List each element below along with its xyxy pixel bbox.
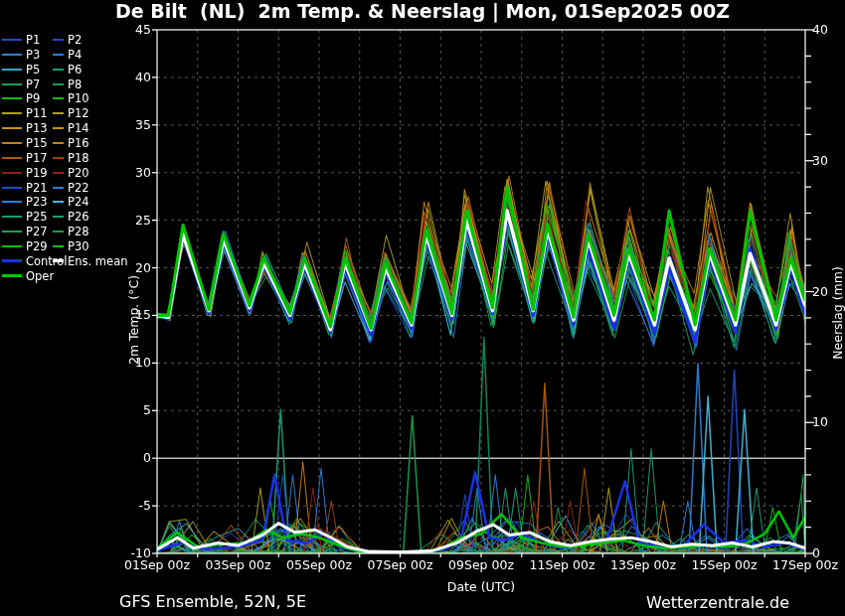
forecast-chart: De Bilt (NL) 2m Temp. & Neerslag | Mon, …: [0, 0, 845, 616]
x-tick-7: 13Sep 00z: [601, 558, 685, 572]
legend-label-p8: P8: [68, 77, 82, 91]
y-left-tick-45: 45: [107, 23, 151, 37]
y-left-tick-40: 40: [107, 71, 151, 84]
legend-swatch-oper: [2, 274, 22, 277]
legend-item-p30: P30: [0, 239, 159, 253]
y-left-tick-0: 0: [107, 451, 151, 465]
legend-swatch-p12: [53, 112, 64, 114]
legend-item-p24: P24: [0, 195, 159, 209]
y-left-tick--5: -5: [107, 499, 151, 513]
footer-site-name: Wetterzentrale.de: [646, 593, 789, 612]
y-right-tick-30: 30: [812, 154, 845, 168]
legend-item-p22: P22: [0, 181, 159, 195]
legend-label-p18: P18: [68, 151, 89, 165]
y-left-tick-20: 20: [107, 261, 151, 275]
legend-label-p12: P12: [68, 106, 89, 120]
legend-label-p16: P16: [68, 136, 89, 150]
legend-label-p10: P10: [68, 91, 89, 105]
legend-label-p22: P22: [68, 181, 89, 195]
legend-swatch-p24: [53, 201, 64, 203]
legend-swatch-p10: [53, 97, 64, 99]
legend-label-p4: P4: [68, 48, 82, 62]
legend-item-p10: P10: [0, 91, 159, 105]
legend-swatch-p14: [53, 127, 64, 129]
legend-item-p4: P4: [0, 48, 159, 62]
x-tick-2: 03Sep 00z: [197, 558, 280, 572]
chart-title: De Bilt (NL) 2m Temp. & Neerslag | Mon, …: [0, 0, 845, 22]
legend-swatch-p4: [53, 54, 64, 56]
legend-swatch-p28: [53, 231, 64, 232]
legend-swatch-p30: [53, 245, 64, 247]
legend-label-p2: P2: [68, 33, 82, 47]
legend-swatch-p18: [53, 157, 64, 159]
y-right-tick-40: 40: [812, 23, 845, 37]
x-tick-4: 07Sep 00z: [359, 558, 442, 572]
x-tick-1: 01Sep 00z: [115, 558, 199, 572]
y-left-tick-5: 5: [107, 403, 151, 417]
x-tick-6: 11Sep 00z: [521, 558, 604, 572]
legend-label-p26: P26: [68, 210, 89, 224]
x-tick-9: 17Sep 00z: [763, 558, 845, 572]
y-left-tick-30: 30: [107, 166, 151, 180]
y-left-tick-35: 35: [107, 118, 151, 132]
y-left-axis-title: 2m Temp. (°C): [126, 275, 141, 365]
legend-label-p28: P28: [68, 225, 89, 238]
x-tick-3: 05Sep 00z: [277, 558, 361, 572]
legend-swatch-p16: [53, 142, 64, 144]
legend-label-p14: P14: [68, 121, 89, 135]
legend-label-p6: P6: [68, 63, 82, 77]
legend-item-p16: P16: [0, 136, 159, 150]
y-right-axis-title: Neerslag (mm): [830, 266, 845, 360]
legend-swatch-p2: [53, 39, 64, 41]
legend-item-p18: P18: [0, 151, 159, 165]
legend-swatch-p6: [53, 69, 64, 71]
legend-swatch-p8: [53, 83, 64, 85]
legend-swatch-ens-mean: [53, 259, 64, 262]
x-tick-5: 09Sep 00z: [439, 558, 523, 572]
legend-label-p20: P20: [68, 166, 89, 180]
legend-swatch-p26: [53, 216, 64, 218]
legend-label-p30: P30: [68, 239, 89, 253]
footer-model-info: GFS Ensemble, 52N, 5E: [119, 592, 306, 611]
legend-label-p24: P24: [68, 195, 89, 209]
x-tick-8: 15Sep 00z: [683, 558, 766, 572]
y-right-tick-10: 10: [812, 415, 845, 429]
x-axis-title: Date (UTC): [382, 579, 581, 594]
legend-swatch-p22: [53, 187, 64, 189]
legend-swatch-p20: [53, 172, 64, 174]
legend-label-oper: Oper: [26, 269, 54, 283]
y-left-tick-25: 25: [107, 214, 151, 228]
